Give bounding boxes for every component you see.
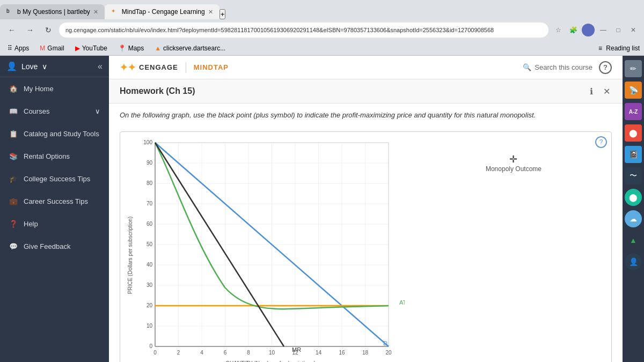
- minimize-icon[interactable]: —: [597, 24, 610, 36]
- sidebar-username: Love: [21, 62, 38, 71]
- refresh-button[interactable]: ↻: [41, 23, 56, 38]
- atc-label: ATC: [399, 299, 405, 306]
- chart-svg[interactable]: PRICE (Dollars per subscription) QUANTIT…: [126, 137, 405, 363]
- sidebar-item-college-success[interactable]: 🎓 College Success Tips: [0, 167, 109, 190]
- monopoly-outcome-text: Monopoly Outcome: [486, 165, 541, 173]
- sidebar-item-feedback[interactable]: 💬 Give Feedback: [0, 235, 109, 257]
- sidebar-user[interactable]: 👤 Love ∨: [6, 61, 47, 71]
- sidebar-item-my-home[interactable]: 🏠 My Home: [0, 77, 109, 100]
- rt-rss-icon[interactable]: 📡: [625, 82, 642, 99]
- sidebar-item-help[interactable]: ❓ Help: [0, 212, 109, 235]
- chart-container[interactable]: ? ✛ Monopoly Outcome: [120, 131, 612, 363]
- bookmark-youtube[interactable]: ▶ YouTube: [72, 43, 111, 53]
- svg-text:14: 14: [316, 350, 322, 356]
- sidebar-item-courses[interactable]: 📖 Courses ∨: [0, 100, 109, 122]
- question-text: On the following graph, use the black po…: [109, 104, 623, 127]
- header-right: 🔍 Search this course ?: [523, 61, 612, 74]
- sidebar-item-catalog[interactable]: 📋 Catalog and Study Tools: [0, 122, 109, 145]
- header-search[interactable]: 🔍 Search this course: [523, 63, 592, 71]
- address-bar-row: ← → ↻ ng.cengage.com/static/nb/ui/evo/in…: [0, 19, 644, 41]
- svg-text:16: 16: [339, 350, 345, 356]
- rt-pencil-icon[interactable]: ✏: [625, 60, 642, 77]
- plus-cursor-icon[interactable]: ✛: [486, 153, 541, 165]
- tab-mindtap[interactable]: ✦ MindTap - Cengage Learning ✕: [105, 4, 219, 19]
- career-icon: 💼: [9, 196, 18, 206]
- apps-label: Apps: [14, 45, 29, 52]
- homework-panel: Homework (Ch 15) ℹ ✕ On the following gr…: [109, 79, 623, 362]
- d-label: D: [383, 340, 387, 346]
- maximize-icon[interactable]: □: [612, 24, 625, 36]
- forward-button[interactable]: →: [23, 23, 38, 38]
- bookmark-maps[interactable]: 📍 Maps: [115, 43, 147, 53]
- new-tab-button[interactable]: +: [219, 9, 226, 19]
- address-field[interactable]: ng.cengage.com/static/nb/ui/evo/index.ht…: [59, 23, 548, 38]
- sidebar-item-my-home-label: My Home: [24, 85, 54, 93]
- courses-chevron-icon: ∨: [95, 107, 100, 115]
- svg-text:0: 0: [149, 343, 152, 349]
- info-icon[interactable]: ℹ: [586, 86, 597, 97]
- sidebar-collapse-button[interactable]: «: [98, 62, 103, 71]
- mr-label: MR: [292, 346, 301, 353]
- browser-chrome: b b My Questions | bartleby ✕ ✦ MindTap …: [0, 0, 644, 56]
- tab-bartleby-close[interactable]: ✕: [93, 9, 98, 16]
- right-toolbar: ✏ 📡 A-Z ⬤ 📓 〜 ⬤ ☁ ▲ 👤: [623, 56, 644, 362]
- x-axis-label: QUANTITY (Number of subscriptions): [225, 360, 316, 363]
- rt-bottom-icon[interactable]: 👤: [625, 253, 642, 270]
- youtube-icon: ▶: [75, 45, 80, 52]
- help-icon: ❓: [9, 219, 18, 228]
- dart-icon: ▲: [155, 45, 161, 52]
- bartleby-favicon: b: [6, 8, 14, 16]
- bookmark-star-icon[interactable]: ☆: [552, 24, 565, 36]
- sidebar-item-rental[interactable]: 📚 Rental Options: [0, 145, 109, 167]
- sidebar-item-college-label: College Success Tips: [24, 175, 90, 183]
- address-icons: ☆ 🧩 — □ ✕: [552, 24, 640, 36]
- rt-wave-icon[interactable]: 〜: [625, 167, 642, 184]
- svg-text:10: 10: [147, 323, 153, 329]
- bookmark-gmail[interactable]: M Gmail: [36, 43, 67, 53]
- close-panel-icon[interactable]: ✕: [601, 86, 612, 97]
- tab-bartleby-label: b My Questions | bartleby: [17, 8, 90, 16]
- tab-mindtap-close[interactable]: ✕: [208, 9, 213, 16]
- tab-bar: b b My Questions | bartleby ✕ ✦ MindTap …: [0, 0, 644, 19]
- sidebar-item-feedback-label: Give Feedback: [24, 242, 70, 250]
- svg-text:40: 40: [147, 262, 153, 268]
- back-button[interactable]: ←: [4, 23, 19, 38]
- mindtap-header: ✦✦ CENGAGE MINDTAP 🔍 Search this course …: [109, 56, 623, 79]
- rt-az-icon[interactable]: A-Z: [625, 103, 642, 120]
- gmail-icon: M: [40, 45, 45, 52]
- svg-text:80: 80: [147, 180, 153, 186]
- tab-bartleby[interactable]: b b My Questions | bartleby ✕: [0, 4, 105, 19]
- rt-notebook-icon[interactable]: 📓: [625, 146, 642, 163]
- reading-list-btn[interactable]: ≡ Reading list: [598, 45, 640, 52]
- svg-text:0: 0: [153, 350, 157, 356]
- help-circle-button[interactable]: ?: [599, 61, 612, 74]
- cengage-text: CENGAGE: [139, 63, 178, 71]
- bookmark-dart[interactable]: ▲ clickserve.dartsearc...: [151, 43, 229, 53]
- catalog-icon: 📋: [9, 129, 18, 138]
- sidebar-item-career-success[interactable]: 💼 Career Success Tips: [0, 190, 109, 212]
- sidebar-item-catalog-label: Catalog and Study Tools: [24, 130, 99, 138]
- logo-divider: [186, 62, 186, 73]
- mindtap-favicon: ✦: [111, 8, 119, 16]
- profile-icon[interactable]: [582, 24, 595, 36]
- college-icon: 🎓: [9, 174, 18, 183]
- svg-text:30: 30: [147, 282, 153, 288]
- rt-red-icon[interactable]: ⬤: [625, 124, 642, 142]
- sidebar-nav: 🏠 My Home 📖 Courses ∨ 📋 Catalog and Stud…: [0, 77, 109, 362]
- user-avatar-icon: 👤: [6, 61, 17, 71]
- svg-text:18: 18: [362, 350, 369, 356]
- rt-google-drive-icon[interactable]: ▲: [625, 232, 642, 249]
- help-circle-label: ?: [603, 63, 608, 71]
- extensions-icon[interactable]: 🧩: [567, 24, 580, 36]
- rt-cloud-icon[interactable]: ☁: [625, 210, 642, 227]
- rt-teal-icon[interactable]: ⬤: [625, 189, 642, 206]
- bookmark-apps[interactable]: ⠿ Apps: [4, 43, 32, 53]
- feedback-icon: 💬: [9, 241, 18, 251]
- close-window-icon[interactable]: ✕: [627, 24, 640, 36]
- sidebar-item-career-label: Career Success Tips: [24, 197, 88, 205]
- mindtap-text: MINDTAP: [194, 63, 229, 71]
- maps-icon: 📍: [118, 45, 126, 52]
- x-axis: 0 2 4 6 8 10 12 14 16 18 20: [153, 350, 392, 356]
- title-icons: ℹ ✕: [586, 86, 612, 97]
- reading-list-label: Reading list: [606, 45, 640, 52]
